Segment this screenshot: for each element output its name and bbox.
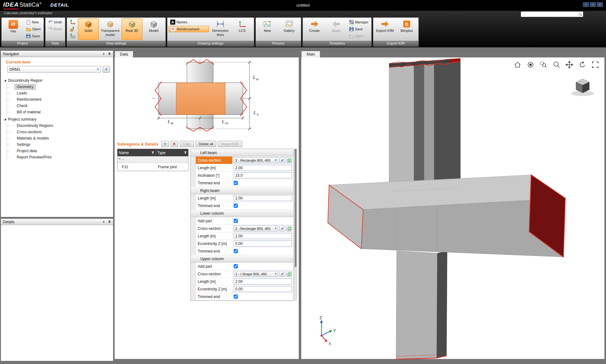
copy-cross-section-button[interactable] xyxy=(286,225,292,231)
model-3d-viewport[interactable] xyxy=(301,57,604,360)
template-apply-button[interactable]: Apply xyxy=(326,18,347,40)
tree-item-loads[interactable]: Loads xyxy=(11,90,113,96)
copy-cross-section-button[interactable] xyxy=(286,157,292,163)
right-beam-length-input[interactable] xyxy=(234,195,292,201)
maximize-button[interactable]: □ xyxy=(590,2,596,7)
expand-icon[interactable]: ◢ xyxy=(4,79,6,82)
current-item-select[interactable]: DRM1 ▼ xyxy=(7,66,101,73)
search-icon[interactable] xyxy=(578,12,582,16)
template-save-button[interactable]: Save xyxy=(348,26,370,32)
rotate-icon[interactable] xyxy=(578,61,586,69)
copy-cross-section-button[interactable] xyxy=(286,271,292,277)
chevron-down-icon[interactable]: ▼ xyxy=(102,220,105,224)
tree-item-discontinuity-regions[interactable]: Discontinuity Regions xyxy=(11,122,113,129)
search-input[interactable] xyxy=(521,12,578,16)
fullscreen-icon[interactable] xyxy=(591,61,599,69)
transparent-model-button[interactable]: Transparent model xyxy=(100,18,121,40)
tree-item-project-summary[interactable]: ◢ Project summary xyxy=(4,116,113,122)
import-dxf-button[interactable]: Import DXF xyxy=(218,141,242,147)
axes-toggle-1-button[interactable] xyxy=(68,19,77,25)
table-row[interactable]: FJ1 Frame joint xyxy=(117,163,188,171)
copy-button[interactable]: Copy xyxy=(180,141,194,147)
upper-column-add-part-checkbox[interactable] xyxy=(234,264,238,268)
add-region-button[interactable]: + xyxy=(103,66,110,73)
upper-column-length-input[interactable] xyxy=(234,278,292,284)
scrollbar-thumb[interactable] xyxy=(295,149,297,267)
real-3d-button[interactable]: Real 3D xyxy=(122,18,142,40)
view-icon[interactable] xyxy=(526,61,535,69)
template-create-button[interactable]: Create xyxy=(304,18,325,40)
tree-item-reinforcement[interactable]: Reinforcement xyxy=(11,96,113,103)
tree-item-settings[interactable]: Settings xyxy=(11,141,113,148)
filter-icon[interactable] xyxy=(151,151,154,154)
lower-column-length-input[interactable] xyxy=(234,233,292,239)
lcs-button[interactable]: LCS xyxy=(232,18,253,40)
tree-item-cross-sections[interactable]: Cross-sections xyxy=(11,129,113,135)
tree-item-report-preview-print[interactable]: Report Preview/Print xyxy=(11,154,113,160)
pan-icon[interactable] xyxy=(565,61,573,69)
table-group-row[interactable]: ^ - xyxy=(117,156,188,163)
open-button[interactable]: Open xyxy=(25,26,42,32)
edit-cross-section-button[interactable] xyxy=(279,271,285,277)
tree-item-project-data[interactable]: Project data xyxy=(11,148,113,154)
zoom-window-icon[interactable] xyxy=(539,61,548,69)
solid-button[interactable]: Solid xyxy=(78,18,99,40)
cross-section-select[interactable]: 1 - I Shape 800, 450 ▼ xyxy=(234,271,278,277)
file-button[interactable]: ID File xyxy=(3,18,24,40)
lower-column-eccentricity-input[interactable] xyxy=(234,241,292,247)
names-toggle[interactable]: A Names xyxy=(169,19,209,25)
bimplus-button[interactable]: b Bimplus xyxy=(396,18,417,40)
properties-scrollbar[interactable] xyxy=(294,149,297,301)
tree-item-geometry[interactable]: Geometry xyxy=(11,84,113,90)
collapse-icon[interactable]: ^ xyxy=(119,157,121,162)
edit-cross-section-button[interactable] xyxy=(279,157,285,163)
tab-main[interactable]: Main xyxy=(301,51,320,57)
tree-item-bill-of-material[interactable]: Bill of material xyxy=(11,109,113,115)
left-beam-length-input[interactable] xyxy=(234,165,292,171)
axes-toggle-3-button[interactable] xyxy=(68,33,77,39)
cross-section-select[interactable]: 2 - Rectangle 800, 450 ▼ xyxy=(234,225,278,231)
pin-icon[interactable] xyxy=(108,220,111,224)
tree-item-check[interactable]: Check xyxy=(11,103,113,109)
model-button[interactable]: Model xyxy=(143,18,164,40)
left-beam-trimmed-checkbox[interactable] xyxy=(234,181,238,185)
left-beam-inclination-input[interactable] xyxy=(234,172,292,178)
new-button[interactable]: New xyxy=(25,19,42,25)
minimize-button[interactable]: ─ xyxy=(583,2,589,7)
reinforcement-toggle[interactable]: R Reinforcement xyxy=(169,26,209,32)
redo-button[interactable]: ↷ Redo xyxy=(47,26,64,32)
upper-column-trimmed-checkbox[interactable] xyxy=(234,295,238,299)
template-manager-button[interactable]: Manager xyxy=(348,19,370,25)
dim-label-right: L xyxy=(222,119,225,124)
edit-cross-section-button[interactable] xyxy=(279,225,285,231)
search-box[interactable] xyxy=(521,11,583,17)
gallery-button[interactable]: Gallery xyxy=(279,18,300,40)
axes-toggle-2-button[interactable] xyxy=(68,26,77,32)
chevron-down-icon[interactable]: ▼ xyxy=(102,52,105,56)
zoom-icon[interactable] xyxy=(552,61,561,69)
lower-column-trimmed-checkbox[interactable] xyxy=(234,249,238,253)
home-icon[interactable] xyxy=(513,61,522,69)
view-cube[interactable] xyxy=(569,76,596,97)
filter-icon[interactable] xyxy=(184,151,187,154)
export-iom-button[interactable]: Export IOM xyxy=(375,18,395,40)
expand-icon[interactable]: ◢ xyxy=(4,118,6,121)
tab-data[interactable]: Data xyxy=(115,51,133,57)
tree-item-materials-models[interactable]: Materials & models xyxy=(11,135,113,141)
geometry-diagram: L uc L lc L lb L rb xyxy=(115,57,299,140)
upper-column-eccentricity-input[interactable] xyxy=(234,286,292,292)
save-button[interactable]: Save xyxy=(25,33,42,39)
right-beam-trimmed-checkbox[interactable] xyxy=(234,204,238,208)
picture-new-button[interactable]: New xyxy=(257,18,278,40)
undo-button[interactable]: ↶ Undo xyxy=(47,19,64,25)
delete-subregion-button[interactable]: ✕ xyxy=(171,141,178,147)
cross-section-select[interactable]: 2 - Rectangle 800, 450 ▼ xyxy=(234,157,278,163)
add-subregion-button[interactable]: ＋ xyxy=(161,141,169,147)
pin-icon[interactable] xyxy=(108,52,111,56)
template-open-button[interactable]: Open xyxy=(348,33,370,39)
close-button[interactable]: × xyxy=(597,2,603,7)
lower-column-add-part-checkbox[interactable] xyxy=(234,219,238,223)
tree-item-discontinuity-region[interactable]: ◢ Discontinuity Region xyxy=(4,77,113,84)
dimension-lines-button[interactable]: Dimension lines xyxy=(210,18,231,40)
delete-all-button[interactable]: Delete all xyxy=(195,141,216,147)
